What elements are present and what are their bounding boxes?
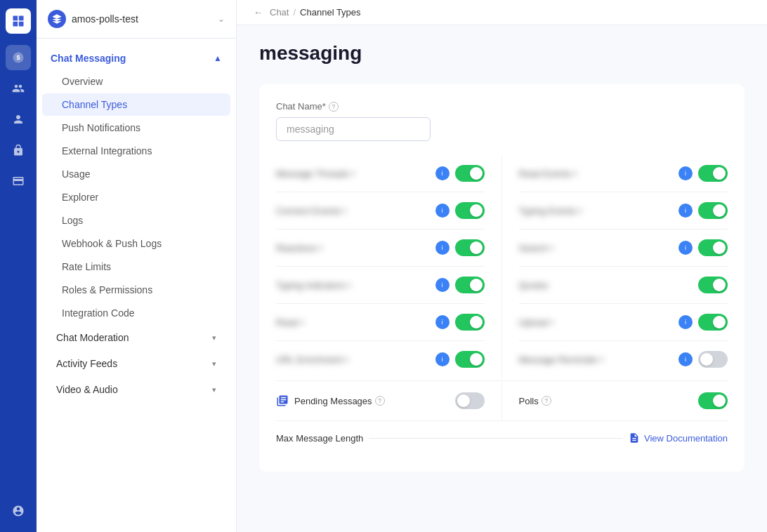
pending-messages-label: Pending Messages ? bbox=[294, 396, 385, 406]
toggle-info-3[interactable]: i bbox=[435, 204, 450, 218]
toggle-row-4: Typing Events • i bbox=[519, 192, 728, 230]
polls-toggle[interactable] bbox=[698, 392, 728, 409]
topbar: ← Chat / Channel Types bbox=[237, 0, 767, 25]
toggle-switch-1[interactable] bbox=[455, 165, 485, 182]
doc-icon bbox=[629, 432, 640, 444]
sidebar-navigation: Chat Messaging ▲ Overview Channel Types … bbox=[37, 39, 236, 411]
chat-messaging-label: Chat Messaging bbox=[51, 53, 126, 64]
icon-bar: $ bbox=[0, 0, 37, 532]
sidebar-group-activity-feeds[interactable]: Activity Feeds ▾ bbox=[42, 351, 230, 376]
sidebar-item-webhook-push-logs[interactable]: Webhook & Push Logs bbox=[42, 232, 230, 255]
pending-messages-toggle[interactable] bbox=[455, 392, 485, 409]
form-section: Chat Name* ? Message Threads • i bbox=[259, 84, 745, 472]
toggle-row-11: URL Enrichment • i bbox=[276, 341, 485, 378]
toggle-switch-11[interactable] bbox=[455, 351, 485, 368]
sidebar: amos-polls-test ⌄ Chat Messaging ▲ Overv… bbox=[37, 0, 237, 532]
back-button[interactable]: ← bbox=[254, 7, 263, 18]
logo-button[interactable] bbox=[6, 8, 31, 34]
pending-messages-info[interactable]: ? bbox=[375, 396, 385, 406]
breadcrumb-separator: / bbox=[293, 7, 296, 18]
sidebar-item-logs[interactable]: Logs bbox=[42, 209, 230, 232]
sidebar-item-integration-code[interactable]: Integration Code bbox=[42, 302, 230, 324]
toggle-info-11[interactable]: i bbox=[435, 352, 450, 366]
sidebar-item-usage[interactable]: Usage bbox=[42, 163, 230, 185]
toggle-switch-12[interactable] bbox=[698, 351, 728, 368]
toggle-switch-6[interactable] bbox=[698, 239, 728, 256]
sidebar-item-channel-types[interactable]: Channel Types bbox=[42, 93, 230, 116]
pending-icon bbox=[276, 394, 289, 407]
card-icon-btn[interactable] bbox=[6, 168, 31, 194]
sidebar-item-rate-limits[interactable]: Rate Limits bbox=[42, 255, 230, 278]
toggle-row-8: Quotes bbox=[519, 267, 728, 304]
icon-bar-top: $ bbox=[6, 45, 31, 493]
polls-label: Polls ? bbox=[519, 396, 551, 406]
toggle-switch-7[interactable] bbox=[455, 277, 485, 293]
app-name: amos-polls-test bbox=[72, 13, 138, 25]
chat-moderation-label: Chat Moderation bbox=[56, 332, 129, 343]
activity-feeds-label: Activity Feeds bbox=[56, 358, 117, 369]
toggle-row-6: Search • i bbox=[519, 230, 728, 267]
sidebar-item-explorer[interactable]: Explorer bbox=[42, 186, 230, 208]
sidebar-header: amos-polls-test ⌄ bbox=[37, 0, 236, 39]
toggle-info-10[interactable]: i bbox=[678, 315, 693, 329]
toggles-col-right: Read Events • i Typing Events • bbox=[502, 155, 728, 378]
polls-info[interactable]: ? bbox=[542, 396, 551, 406]
toggles-grid: Message Threads • i Connect Events • bbox=[276, 155, 728, 378]
polls-section: Polls ? bbox=[502, 381, 728, 420]
pending-messages-section: Pending Messages ? bbox=[276, 381, 502, 420]
toggle-info-2[interactable]: i bbox=[678, 166, 693, 180]
sidebar-group-video-audio[interactable]: Video & Audio ▾ bbox=[42, 377, 230, 402]
person-icon-btn[interactable] bbox=[6, 107, 31, 132]
sidebar-item-overview[interactable]: Overview bbox=[42, 70, 230, 93]
main-content: ← Chat / Channel Types messaging Chat Na… bbox=[237, 0, 767, 532]
toggle-info-9[interactable]: i bbox=[435, 315, 450, 329]
chat-name-info-icon[interactable]: ? bbox=[329, 102, 339, 112]
toggle-switch-4[interactable] bbox=[698, 202, 728, 219]
sidebar-group-chat-moderation[interactable]: Chat Moderation ▾ bbox=[42, 325, 230, 350]
user-avatar-btn[interactable] bbox=[6, 498, 31, 524]
toggles-col-left: Message Threads • i Connect Events • bbox=[276, 155, 502, 378]
content-area: messaging Chat Name* ? Message Threads • bbox=[237, 25, 767, 532]
chat-messaging-arrow: ▲ bbox=[214, 53, 222, 63]
toggle-switch-2[interactable] bbox=[698, 165, 728, 182]
chat-name-label: Chat Name* ? bbox=[276, 101, 728, 112]
chat-name-input[interactable] bbox=[276, 117, 431, 141]
toggle-row-1: Message Threads • i bbox=[276, 155, 485, 192]
toggle-switch-9[interactable] bbox=[455, 314, 485, 331]
app-icon bbox=[48, 10, 66, 28]
max-message-row: Max Message Length View Documentation bbox=[276, 420, 728, 455]
breadcrumb-chat[interactable]: Chat bbox=[270, 7, 289, 18]
toggle-row-10: Upload • i bbox=[519, 304, 728, 341]
sidebar-item-push-notifications[interactable]: Push Notifications bbox=[42, 117, 230, 139]
toggle-info-7[interactable]: i bbox=[435, 278, 450, 292]
toggle-row-3: Connect Events • i bbox=[276, 192, 485, 230]
toggle-row-5: Reactions • i bbox=[276, 230, 485, 267]
toggle-info-5[interactable]: i bbox=[435, 241, 450, 255]
svg-text:$: $ bbox=[16, 54, 20, 61]
max-message-label: Max Message Length bbox=[276, 433, 363, 444]
chat-messaging-section[interactable]: Chat Messaging ▲ bbox=[37, 47, 236, 69]
toggle-switch-8[interactable] bbox=[698, 277, 728, 293]
toggle-info-4[interactable]: i bbox=[678, 204, 693, 218]
app-selector[interactable]: amos-polls-test bbox=[48, 10, 138, 28]
activity-feeds-arrow: ▾ bbox=[212, 359, 216, 368]
toggle-row-2: Read Events • i bbox=[519, 155, 728, 192]
sidebar-item-roles-permissions[interactable]: Roles & Permissions bbox=[42, 279, 230, 301]
view-documentation-link[interactable]: View Documentation bbox=[629, 432, 728, 444]
users-icon-btn[interactable] bbox=[6, 76, 31, 101]
toggle-switch-5[interactable] bbox=[455, 239, 485, 256]
toggle-switch-3[interactable] bbox=[455, 202, 485, 219]
toggle-info-6[interactable]: i bbox=[678, 241, 693, 255]
sidebar-item-external-integrations[interactable]: External Integrations bbox=[42, 140, 230, 162]
toggle-info-1[interactable]: i bbox=[435, 166, 450, 180]
toggle-row-7: Typing Indicators • i bbox=[276, 267, 485, 304]
chat-moderation-arrow: ▾ bbox=[212, 333, 216, 343]
dollar-icon-btn[interactable]: $ bbox=[6, 45, 31, 70]
toggle-switch-10[interactable] bbox=[698, 314, 728, 331]
app-selector-chevron[interactable]: ⌄ bbox=[218, 14, 225, 24]
page-title: messaging bbox=[259, 42, 745, 65]
icon-bar-bottom bbox=[6, 498, 31, 524]
lock-icon-btn[interactable] bbox=[6, 138, 31, 163]
video-audio-label: Video & Audio bbox=[56, 384, 118, 395]
toggle-info-12[interactable]: i bbox=[678, 352, 693, 366]
